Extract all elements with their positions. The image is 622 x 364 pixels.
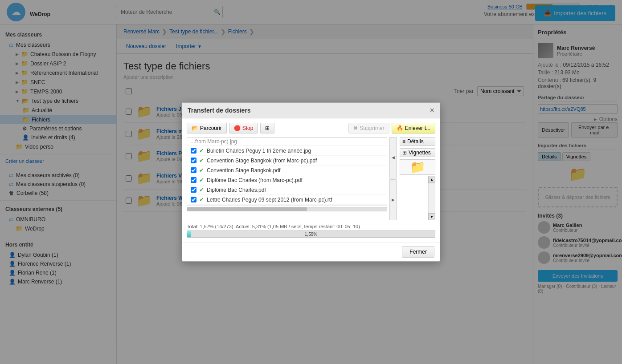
grid-icon: ⊞ bbox=[265, 125, 270, 131]
file-list-name: Lettre Charles Peguy 09 sept 2012 (from … bbox=[207, 197, 332, 203]
file-list-name: Diplôme Bac Charles (from Marc-pc).pdf bbox=[207, 177, 303, 183]
folder-open-icon: 📂 bbox=[192, 125, 198, 131]
scrollbar-track bbox=[428, 183, 435, 213]
preview-buttons: ≡ Détails bbox=[400, 137, 435, 146]
file-list-checkbox[interactable] bbox=[191, 197, 196, 202]
progress-area: Total: 1,57% (14/273). Actuel: 5,31% (1,… bbox=[187, 224, 435, 238]
list-item[interactable]: ✔ Convention Stage Bangkok.pdf bbox=[187, 166, 387, 175]
grid-icon: ⊞ bbox=[402, 150, 407, 156]
scrollbar-thumb bbox=[187, 207, 307, 211]
horizontal-scrollbar[interactable] bbox=[187, 207, 387, 211]
file-list-checkbox[interactable] bbox=[191, 148, 196, 154]
dialog-overlay: Transfert de dossiers × 📂 Parcourir 🛑 St… bbox=[0, 0, 622, 364]
progress-text: Total: 1,57% (14/273). Actuel: 5,31% (1,… bbox=[187, 224, 435, 229]
check-icon: ✔ bbox=[199, 186, 204, 193]
check-icon: ✔ bbox=[199, 196, 204, 203]
stop-icon: 🛑 bbox=[234, 125, 241, 131]
progress-percent-label: 1,59% bbox=[187, 231, 435, 237]
upload-file-list: ...from Marc-pc).jpg ✔ Bulletin Charles … bbox=[187, 137, 387, 206]
vignettes-button-2[interactable]: ⊞ Vignettes bbox=[400, 148, 435, 157]
dialog-toolbar: 📂 Parcourir 🛑 Stop ⊞ ✖ Supprimer 🔥 E bbox=[187, 123, 435, 133]
check-icon: ✔ bbox=[199, 147, 204, 154]
file-list-checkbox[interactable] bbox=[191, 167, 196, 173]
dialog-title: Transfert de dossiers bbox=[188, 107, 251, 114]
list-item[interactable]: ✔ Bulletin Charles Péguy 1 tri 2ème anné… bbox=[187, 146, 387, 156]
file-list-name: Bulletin Charles Péguy 1 tri 2ème année.… bbox=[207, 148, 311, 154]
file-list-checkbox[interactable] bbox=[191, 177, 196, 183]
supprimer-button[interactable]: ✖ Supprimer bbox=[348, 123, 389, 133]
file-list-name: Convention Stage Bangkok (from Marc-pc).… bbox=[207, 158, 317, 164]
file-list-name: Convention Stage Bangkok.pdf bbox=[207, 167, 280, 174]
details-view-button-2[interactable]: ≡ Détails bbox=[400, 137, 435, 146]
list-item[interactable]: ✔ Convention Stage Bangkok (from Marc-pc… bbox=[187, 156, 387, 166]
file-list-checkbox[interactable] bbox=[191, 158, 196, 163]
dialog-content-area: ...from Marc-pc).jpg ✔ Bulletin Charles … bbox=[187, 137, 435, 220]
parcourir-button[interactable]: 📂 Parcourir bbox=[187, 123, 227, 133]
check-icon: ✔ bbox=[199, 167, 204, 174]
grid-button[interactable]: ⊞ bbox=[260, 123, 274, 133]
progress-bar: 1,59% bbox=[187, 231, 435, 238]
scroll-down-button[interactable]: ▶ bbox=[389, 179, 397, 221]
check-icon: ✔ bbox=[199, 177, 204, 183]
preview-folder-icon: 📁 bbox=[410, 160, 426, 174]
file-list-checkbox[interactable] bbox=[191, 187, 196, 193]
vignettes-btn-row: ⊞ Vignettes bbox=[400, 148, 435, 157]
file-list-name: Diplôme Bac Charles.pdf bbox=[207, 187, 266, 193]
scroll-up-icon[interactable]: ▲ bbox=[428, 176, 435, 183]
transfer-dialog: Transfert de dossiers × 📂 Parcourir 🛑 St… bbox=[182, 102, 440, 262]
dialog-close-button[interactable]: × bbox=[430, 106, 434, 114]
list-item[interactable]: ✔ Diplôme Bac Charles.pdf bbox=[187, 185, 387, 195]
list-item[interactable]: ✔ Lettre Charles Peguy 09 sept 2012 (fro… bbox=[187, 195, 387, 205]
dialog-body: 📂 Parcourir 🛑 Stop ⊞ ✖ Supprimer 🔥 E bbox=[182, 118, 440, 242]
vertical-scrollbar[interactable]: ▲ ▼ bbox=[428, 176, 435, 220]
right-nav-buttons: ◀ ▶ bbox=[389, 137, 397, 220]
preview-panel: ≡ Détails ⊞ Vignettes 📁 bbox=[400, 137, 435, 220]
scroll-down-icon[interactable]: ▼ bbox=[428, 213, 435, 220]
file-list-container: ...from Marc-pc).jpg ✔ Bulletin Charles … bbox=[187, 137, 387, 220]
envoyer-button[interactable]: 🔥 Enlever t... bbox=[392, 123, 435, 133]
right-scroll-area: ▲ ▼ bbox=[400, 176, 435, 220]
details-icon: ≡ bbox=[402, 138, 405, 145]
stop-button[interactable]: 🛑 Stop bbox=[229, 123, 258, 133]
scroll-up-button[interactable]: ◀ bbox=[389, 137, 397, 178]
dialog-header: Transfert de dossiers × bbox=[182, 103, 440, 118]
list-item[interactable]: ✔ Diplôme Bac Charles (from Marc-pc).pdf bbox=[187, 175, 387, 185]
scroll-controls bbox=[187, 207, 387, 211]
preview-area: 📁 bbox=[400, 159, 435, 175]
dialog-footer: Fermer bbox=[182, 242, 440, 261]
fermer-button[interactable]: Fermer bbox=[402, 246, 434, 258]
check-icon: ✔ bbox=[199, 157, 204, 164]
delete-icon: ✖ bbox=[353, 125, 358, 131]
send-icon: 🔥 bbox=[397, 125, 403, 131]
list-item: ...from Marc-pc).jpg bbox=[187, 138, 387, 146]
